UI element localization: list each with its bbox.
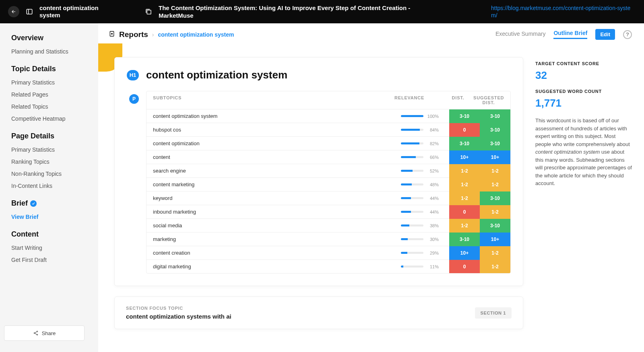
- table-row[interactable]: marketing30%3-1010+: [147, 232, 510, 246]
- relevance-pct: 38%: [427, 223, 439, 228]
- sidebar-item-incontent-links[interactable]: In-Content Links: [11, 183, 98, 189]
- table-row[interactable]: content optimization system100%3-103-10: [147, 109, 510, 123]
- question-icon: ?: [626, 31, 629, 37]
- suggested-dist-cell: 10+: [480, 150, 510, 164]
- svg-point-4: [37, 334, 37, 335]
- relevance-cell: 100%: [401, 114, 449, 119]
- back-button[interactable]: [8, 6, 19, 17]
- relevance-bar: [401, 197, 423, 199]
- dist-cell: 0: [449, 123, 480, 137]
- sidebar-item-related-pages[interactable]: Related Pages: [11, 91, 98, 98]
- sidebar-item-planning[interactable]: Planning and Statistics: [11, 48, 98, 55]
- topbar-left: content optimization system: [8, 4, 120, 19]
- sidebar: Overview Planning and Statistics Topic D…: [0, 23, 98, 352]
- card-h1-title: content optimization system: [146, 69, 287, 81]
- col-header-suggested-dist: SUGGESTED DIST.: [473, 95, 504, 105]
- table-row[interactable]: keyword44%1-23-10: [147, 191, 510, 205]
- edit-button[interactable]: Edit: [595, 29, 615, 40]
- sidebar-item-competitive-heatmap[interactable]: Competitive Heatmap: [11, 115, 98, 122]
- dist-cell: 1-2: [449, 191, 480, 205]
- sidebar-brief-label: Brief: [11, 199, 28, 208]
- suggested-dist-cell: 3-10: [480, 109, 510, 123]
- sidebar-item-start-writing[interactable]: Start Writing: [11, 245, 98, 251]
- breadcrumb-current[interactable]: content optimization system: [158, 31, 234, 38]
- relevance-bar: [401, 211, 423, 213]
- tab-outline-brief[interactable]: Outline Brief: [553, 30, 587, 39]
- relevance-pct: 11%: [427, 264, 439, 269]
- sidebar-item-primary-stats-2[interactable]: Primary Statistics: [11, 146, 98, 153]
- table-row[interactable]: social media38%1-23-10: [147, 218, 510, 232]
- suggested-dist-cell: 1-2: [480, 164, 510, 178]
- suggested-dist-cell: 3-10: [480, 219, 510, 233]
- open-external-button[interactable]: [144, 7, 153, 16]
- wordcount-description: This wordcount is is based off of our as…: [535, 117, 632, 187]
- sidebar-group-topic-details: Topic Details: [11, 65, 98, 73]
- sidebar-item-ranking-topics[interactable]: Ranking Topics: [11, 159, 98, 165]
- suggested-dist-cell: 10+: [480, 233, 510, 246]
- main-scroll[interactable]: H1 content optimization system P SUBTOPI…: [98, 45, 531, 352]
- relevance-bar: [401, 115, 423, 117]
- sidebar-item-get-first-draft[interactable]: Get First Draft: [11, 257, 98, 263]
- table-row[interactable]: inbound marketing44%01-2: [147, 205, 510, 218]
- share-label: Share: [42, 330, 56, 336]
- breadcrumb-separator: ›: [152, 31, 154, 38]
- topbar-keyword: content optimization system: [39, 4, 120, 19]
- sidebar-item-related-topics[interactable]: Related Topics: [11, 103, 98, 110]
- sidebar-group-overview: Overview: [11, 34, 98, 42]
- relevance-bar: [401, 183, 423, 185]
- relevance-pct: 100%: [427, 114, 439, 119]
- section-card: SECTION FOCUS TOPIC content optimization…: [114, 296, 523, 329]
- relevance-cell: 38%: [401, 223, 449, 228]
- relevance-cell: 48%: [401, 182, 449, 187]
- h1-badge: H1: [127, 70, 139, 80]
- svg-rect-1: [147, 10, 151, 14]
- h1-card: H1 content optimization system P SUBTOPI…: [114, 57, 523, 286]
- subtopic-cell: content: [153, 154, 401, 160]
- tab-executive-summary[interactable]: Executive Summary: [495, 31, 545, 39]
- relevance-bar: [401, 142, 423, 144]
- share-icon: [33, 330, 39, 336]
- table-row[interactable]: content optimization82%3-103-10: [147, 136, 510, 150]
- table-row[interactable]: digital marketing11%01-2: [147, 259, 510, 273]
- relevance-pct: 84%: [427, 128, 439, 132]
- external-window-icon: [145, 8, 152, 15]
- col-header-relevance: RELEVANCE: [394, 95, 443, 105]
- table-row[interactable]: search engine52%1-21-2: [147, 164, 510, 177]
- sidebar-group-brief: Brief: [11, 199, 98, 208]
- sidebar-item-nonranking-topics[interactable]: Non-Ranking Topics: [11, 171, 98, 177]
- p-badge: P: [129, 94, 139, 104]
- relevance-bar: [401, 156, 423, 158]
- dist-cell: 10+: [449, 150, 480, 164]
- dist-cell: 1-2: [449, 164, 480, 178]
- relevance-bar: [401, 170, 423, 172]
- relevance-cell: 52%: [401, 169, 449, 173]
- reports-label: Reports: [119, 30, 148, 39]
- suggested-dist-cell: 1-2: [480, 205, 510, 219]
- table-row[interactable]: content marketing48%1-21-2: [147, 177, 510, 191]
- svg-rect-0: [27, 9, 32, 14]
- subtopic-cell: inbound marketing: [153, 209, 401, 215]
- relevance-cell: 82%: [401, 141, 449, 146]
- relevance-pct: 48%: [427, 182, 439, 187]
- relevance-pct: 30%: [427, 237, 439, 242]
- top-app-bar: content optimization system The Content …: [0, 0, 644, 23]
- reports-icon: [109, 31, 115, 39]
- panel-toggle-button[interactable]: [25, 7, 34, 16]
- section-focus-title: content optimization systems with ai: [126, 313, 231, 320]
- sidebar-item-view-brief[interactable]: View Brief: [11, 214, 98, 220]
- table-row[interactable]: content creation29%10+1-2: [147, 246, 510, 259]
- relevance-cell: 11%: [401, 264, 449, 269]
- subtopic-cell: digital marketing: [153, 263, 401, 270]
- sidebar-item-primary-stats-1[interactable]: Primary Statistics: [11, 79, 98, 86]
- table-row[interactable]: hubspot cos84%03-10: [147, 123, 510, 136]
- subtopics-table: SUBTOPICS RELEVANCE DIST. SUGGESTED DIST…: [146, 91, 511, 274]
- relevance-cell: 44%: [401, 196, 449, 201]
- table-row[interactable]: content66%10+10+: [147, 150, 510, 164]
- aside-panel: TARGET CONTENT SCORE 32 SUGGESTED WORD C…: [531, 45, 644, 352]
- share-button[interactable]: Share: [4, 325, 85, 341]
- dist-cell: 3-10: [449, 233, 480, 246]
- topbar-url-link[interactable]: https://blog.marketmuse.com/content-opti…: [491, 4, 636, 19]
- help-button[interactable]: ?: [623, 30, 632, 39]
- subtopic-cell: content optimization system: [153, 113, 401, 119]
- svg-point-6: [111, 33, 113, 34]
